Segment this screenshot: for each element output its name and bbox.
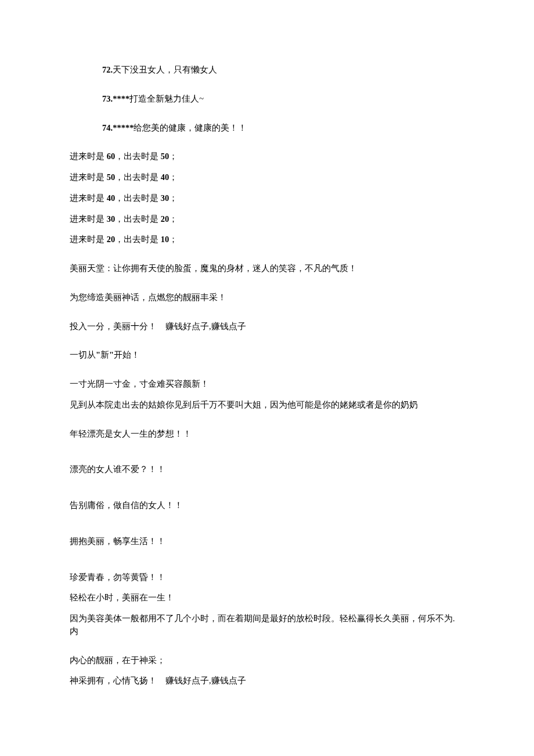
item-text: 打造全新魅力佳人~: [129, 94, 204, 103]
pair-p1: 进来时是: [70, 152, 107, 161]
pair-a: 60: [107, 152, 116, 161]
pair-a: 50: [107, 172, 116, 182]
pair-line: 进来时是 60，出去时是 50；: [70, 150, 464, 163]
seg: 一切从: [70, 350, 96, 359]
quote-close: ": [109, 350, 114, 359]
pair-p3: ；: [169, 172, 178, 182]
pair-p1: 进来时是: [70, 214, 107, 224]
pair-p2: ，出去时是: [115, 214, 161, 224]
pair-p3: ；: [169, 193, 178, 203]
body-line: 年轻漂亮是女人一生的梦想！！: [70, 428, 464, 441]
pair-line: 进来时是 30，出去时是 20；: [70, 213, 464, 226]
body-line: 一寸光阴一寸金，寸金难买容颜新！: [70, 378, 464, 391]
body-line: 见到从本院走出去的姑娘你见到后千万不要叫大姐，因为他可能是你的姥姥或者是你的奶奶: [70, 399, 464, 412]
body-line: 为您缔造美丽神话，点燃您的靓丽丰采！: [70, 291, 464, 304]
pair-a: 30: [107, 214, 116, 224]
body-line: 内心的靓丽，在于神采；: [70, 654, 464, 667]
document-page: 72.天下没丑女人，只有懒女人 73.****打造全新魅力佳人~ 74.****…: [0, 0, 534, 722]
body-line: 一切从"新"开始！: [70, 349, 464, 362]
body-line: 珍爱青春，勿等黄昏！！: [70, 571, 464, 584]
pair-p2: ，出去时是: [115, 235, 161, 244]
pair-b: 40: [161, 172, 169, 182]
item-text: 给您美的健康，健康的美！！: [134, 123, 247, 132]
body-line: 告别庸俗，做自信的女人！！: [70, 499, 464, 512]
body-line: 拥抱美丽，畅享生活！！: [70, 535, 464, 548]
pair-p3: ；: [169, 214, 178, 224]
body-line: 神采拥有，心情飞扬！ 赚钱好点子,赚钱点子: [70, 675, 464, 687]
pair-p2: ，出去时是: [115, 172, 161, 182]
item-prefix: 74.*****: [102, 123, 134, 132]
body-line: 美丽天堂：让你拥有天使的脸蛋，魔鬼的身材，迷人的笑容，不凡的气质！: [70, 262, 464, 275]
numbered-item: 74.*****给您美的健康，健康的美！！: [70, 122, 464, 135]
quote-open: ": [96, 350, 100, 359]
pair-a: 20: [107, 235, 116, 244]
pair-p1: 进来时是: [70, 172, 107, 182]
item-prefix: 72.: [102, 65, 113, 74]
pair-p3: ；: [169, 235, 178, 244]
pair-p1: 进来时是: [70, 193, 107, 203]
item-prefix: 73.****: [102, 94, 129, 103]
pair-b: 30: [161, 193, 169, 203]
pair-line: 进来时是 50，出去时是 40；: [70, 171, 464, 184]
item-text: 天下没丑女人，只有懒女人: [113, 65, 217, 74]
body-line: 因为美容美体一般都用不了几个小时，而在着期间是最好的放松时段。轻松赢得长久美丽，…: [70, 613, 464, 638]
pair-b: 50: [161, 152, 169, 161]
seg: 开始！: [114, 350, 140, 359]
pair-line: 进来时是 20，出去时是 10；: [70, 233, 464, 246]
body-line: 轻松在小时，美丽在一生！: [70, 592, 464, 604]
pair-p2: ，出去时是: [115, 152, 161, 161]
pair-p1: 进来时是: [70, 235, 107, 244]
pair-b: 20: [161, 214, 169, 224]
numbered-item: 73.****打造全新魅力佳人~: [70, 93, 464, 106]
body-line: 漂亮的女人谁不爱？！！: [70, 463, 464, 476]
numbered-item: 72.天下没丑女人，只有懒女人: [70, 64, 464, 77]
body-line: 投入一分，美丽十分！ 赚钱好点子,赚钱点子: [70, 321, 464, 333]
pair-line: 进来时是 40，出去时是 30；: [70, 192, 464, 205]
pair-b: 10: [161, 235, 169, 244]
pair-a: 40: [107, 193, 116, 203]
pair-p2: ，出去时是: [115, 193, 161, 203]
pair-p3: ；: [169, 152, 178, 161]
seg: 新: [100, 350, 109, 359]
